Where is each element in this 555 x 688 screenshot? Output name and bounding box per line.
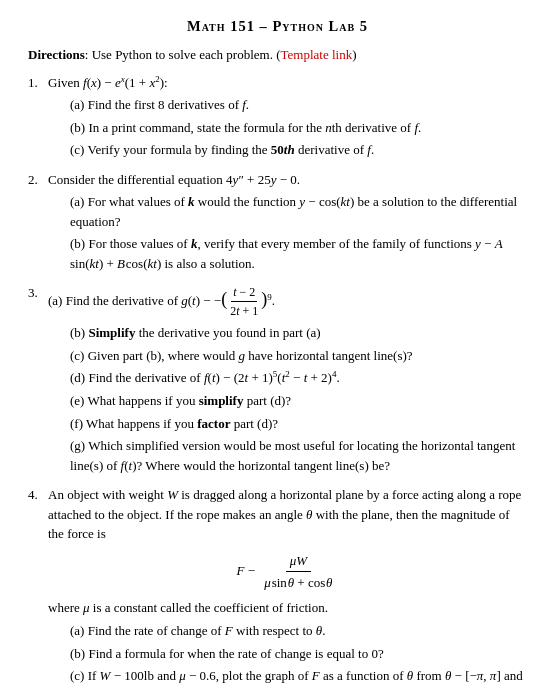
problem-3-content: (a) Find the derivative of g(t) − −(t − …: [48, 283, 527, 478]
problem-2-content: Consider the differential equation 4y″ +…: [48, 170, 527, 277]
problem-1-content: Given f(x) − ex(1 + x2): (a) Find the fi…: [48, 73, 527, 163]
directions-label: Directions: [28, 47, 85, 62]
problem-4b: (b) Find a formula for when the rate of …: [70, 644, 527, 664]
problem-3d: (d) Find the derivative of f(t) − (2t + …: [70, 368, 527, 388]
problem-2: 2. Consider the differential equation 4y…: [28, 170, 527, 277]
problem-3c: (c) Given part (b), where would g have h…: [70, 346, 527, 366]
problem-2-parts: (a) For what values of k would the funct…: [48, 192, 527, 273]
formula-block: F − μW μ sin θ + cos θ: [48, 550, 527, 594]
problem-4c: (c) If W − 100lb and μ − 0.6, plot the g…: [70, 666, 527, 688]
problem-4-content: An object with weight W is dragged along…: [48, 485, 527, 688]
problem-4-number: 4.: [28, 485, 44, 688]
problem-2b: (b) For those values of k, verify that e…: [70, 234, 527, 273]
problem-4: 4. An object with weight W is dragged al…: [28, 485, 527, 688]
problem-2-number: 2.: [28, 170, 44, 277]
problem-2a: (a) For what values of k would the funct…: [70, 192, 527, 231]
page-title: Math 151 – Python Lab 5: [28, 18, 527, 35]
directions: Directions: Use Python to solve each pro…: [28, 45, 527, 65]
problem-1: 1. Given f(x) − ex(1 + x2): (a) Find the…: [28, 73, 527, 163]
problem-1-parts: (a) Find the first 8 derivatives of f. (…: [48, 95, 527, 160]
problem-1a: (a) Find the first 8 derivatives of f.: [70, 95, 527, 115]
problem-1c: (c) Verify your formula by finding the 5…: [70, 140, 527, 160]
problem-3f: (f) What happens if you factor part (d)?: [70, 414, 527, 434]
problem-1b: (b) In a print command, state the formul…: [70, 118, 527, 138]
problem-3: 3. (a) Find the derivative of g(t) − −(t…: [28, 283, 527, 478]
problem-1-number: 1.: [28, 73, 44, 163]
problem-3b: (b) Simplify the derivative you found in…: [70, 323, 527, 343]
problem-3e: (e) What happens if you simplify part (d…: [70, 391, 527, 411]
template-link[interactable]: Template link: [281, 47, 353, 62]
directions-text2: ): [352, 47, 356, 62]
where-text: where μ is a constant called the coeffic…: [48, 598, 527, 618]
problem-3-number: 3.: [28, 283, 44, 478]
problem-4a: (a) Find the rate of change of F with re…: [70, 621, 527, 641]
problem-3g: (g) Which simplified version would be mo…: [70, 436, 527, 475]
problem-3-parts: (b) Simplify the derivative you found in…: [48, 323, 527, 475]
problem-4-parts: (a) Find the rate of change of F with re…: [48, 621, 527, 688]
directions-text: : Use Python to solve each problem. (: [85, 47, 281, 62]
